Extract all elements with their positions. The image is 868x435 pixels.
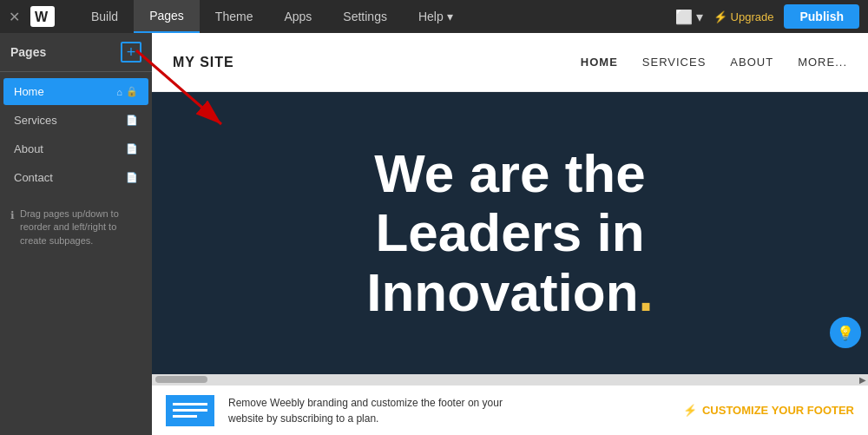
footer-text-line2: website by subscribing to a plan. (228, 411, 503, 426)
page-item-services[interactable]: Services 📄 (3, 107, 148, 134)
lightning-icon: ⚡ (683, 404, 697, 417)
sidebar-header: Pages + (0, 33, 152, 72)
site-logo: MY SITE (173, 55, 234, 70)
site-nav-services[interactable]: SERVICES (642, 56, 707, 69)
scrollbar[interactable]: ▶ (152, 374, 868, 385)
site-nav-about[interactable]: ABOUT (730, 56, 773, 69)
sidebar-title: Pages (10, 45, 46, 59)
lightbulb-button[interactable]: 💡 (830, 317, 861, 348)
page-label-about: About (14, 142, 43, 155)
site-nav-home[interactable]: HOME (581, 56, 618, 69)
hero-text: We are the Leaders in Innovation. (187, 144, 833, 322)
footer-text-line1: Remove Weebly branding and customize the… (228, 395, 503, 411)
customize-label: CUSTOMIZE YOUR FOOTER (702, 404, 854, 417)
main-layout: Pages + Home ⌂ 🔒 Services 📄 About 📄 (0, 33, 868, 435)
scroll-right-icon[interactable]: ▶ (859, 375, 866, 385)
home-icon: ⌂ (116, 87, 122, 97)
footer-icon (166, 395, 214, 426)
nav-build[interactable]: Build (76, 0, 134, 33)
nav-apps[interactable]: Apps (268, 0, 327, 33)
page-label-home: Home (14, 85, 44, 98)
hero-section: We are the Leaders in Innovation. 💡 (152, 92, 868, 374)
top-navigation: ✕ W Build Pages Theme Apps Settings Help… (0, 0, 868, 33)
hero-dot: . (639, 262, 654, 322)
close-icon[interactable]: ✕ (9, 9, 20, 25)
footer-description: Remove Weebly branding and customize the… (228, 395, 503, 426)
app-logo: W (30, 6, 58, 27)
nav-help[interactable]: Help ▾ (403, 0, 469, 33)
hero-line3: Innovation. (187, 263, 833, 322)
page-item-icons-home: ⌂ 🔒 (116, 86, 138, 97)
site-nav-more[interactable]: MORE... (798, 56, 847, 69)
doc-icon-contact: 📄 (126, 172, 138, 183)
top-nav-right: ⬜ ▾ ⚡ Upgrade Publish (675, 4, 860, 29)
device-toggle-icon[interactable]: ⬜ ▾ (675, 9, 703, 25)
footer-line-1 (173, 403, 207, 405)
page-item-contact[interactable]: Contact 📄 (3, 164, 148, 191)
lock-icon: 🔒 (126, 86, 138, 97)
nav-theme[interactable]: Theme (200, 0, 269, 33)
add-page-button[interactable]: + (121, 42, 141, 63)
page-item-icons-about: 📄 (126, 143, 138, 155)
content-area: MY SITE HOME SERVICES ABOUT MORE... We a… (152, 33, 868, 435)
scrollbar-thumb[interactable] (155, 376, 207, 383)
page-label-contact: Contact (14, 171, 53, 184)
hero-line2: Leaders in (187, 203, 833, 262)
footer-line-2 (173, 409, 207, 412)
page-item-about[interactable]: About 📄 (3, 135, 148, 162)
hero-line1: We are the (187, 144, 833, 203)
footer-lines (173, 403, 207, 418)
page-list: Home ⌂ 🔒 Services 📄 About 📄 Contact (0, 72, 152, 197)
sidebar-hint: ℹ Drag pages up/down to reorder and left… (0, 201, 152, 254)
upgrade-button[interactable]: ⚡ Upgrade (713, 10, 773, 23)
doc-icon-about: 📄 (126, 143, 138, 155)
page-item-icons-services: 📄 (126, 115, 138, 126)
info-icon: ℹ (10, 208, 15, 223)
nav-menu: Build Pages Theme Apps Settings Help ▾ (76, 0, 675, 33)
svg-text:W: W (35, 10, 49, 24)
site-nav: HOME SERVICES ABOUT MORE... (581, 56, 847, 69)
footer-banner: Remove Weebly branding and customize the… (152, 385, 868, 435)
site-header-preview: MY SITE HOME SERVICES ABOUT MORE... (152, 33, 868, 92)
nav-pages[interactable]: Pages (134, 0, 200, 33)
page-item-home[interactable]: Home ⌂ 🔒 (3, 78, 148, 105)
nav-settings[interactable]: Settings (327, 0, 403, 33)
page-item-icons-contact: 📄 (126, 172, 138, 183)
customize-footer-button[interactable]: ⚡ CUSTOMIZE YOUR FOOTER (683, 404, 854, 417)
hint-text: Drag pages up/down to reorder and left/r… (20, 208, 141, 247)
footer-line-3 (173, 415, 197, 418)
sidebar: Pages + Home ⌂ 🔒 Services 📄 About 📄 (0, 33, 152, 435)
doc-icon-services: 📄 (126, 115, 138, 126)
publish-button[interactable]: Publish (784, 4, 859, 29)
page-label-services: Services (14, 114, 57, 127)
